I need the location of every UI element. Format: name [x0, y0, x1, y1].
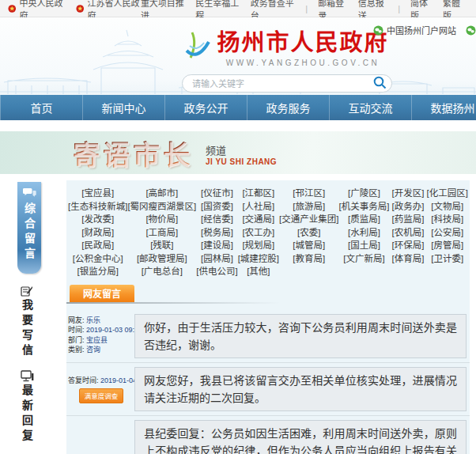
- department-link[interactable]: [农委]: [279, 228, 338, 239]
- department-link[interactable]: [残联]: [127, 240, 196, 252]
- message-row-original: 网友: 乐乐 时间: 2019-01-03 09:44:02 部门:: [66, 310, 470, 363]
- quick-link[interactable]: 中国: [466, 24, 476, 36]
- nav-item[interactable]: 首页: [0, 95, 82, 120]
- department-link-label: [宝应县]: [81, 188, 114, 199]
- department-link-label: [公积金中心]: [73, 254, 123, 265]
- department-link[interactable]: [开发区]: [389, 188, 426, 199]
- department-link[interactable]: [仪征市]: [196, 188, 237, 199]
- department-link[interactable]: [交通产业集团]: [279, 214, 338, 225]
- department-link[interactable]: [公积金中心]: [68, 254, 127, 265]
- quick-link[interactable]: 中国扬州门户网站: [373, 24, 456, 36]
- department-link[interactable]: [工商局]: [127, 228, 196, 239]
- sidebar-item-write-letter[interactable]: 我要写信: [19, 285, 35, 359]
- department-link[interactable]: [园林局]: [196, 254, 237, 265]
- department-link-label: [其他]: [247, 267, 270, 278]
- department-link[interactable]: [卫计委]: [427, 254, 468, 265]
- department-link[interactable]: [质监局]: [338, 214, 389, 225]
- sidebar-item-label: 综合留言: [21, 202, 37, 263]
- channel-subtitle: 频道 JI YU SHI ZHANG: [206, 139, 277, 166]
- search-icon: [372, 75, 387, 89]
- nav-item[interactable]: 数据扬州: [411, 95, 476, 120]
- chat-bubbles-icon: [23, 187, 36, 199]
- department-link[interactable]: [人社局]: [238, 202, 279, 213]
- department-link[interactable]: [生态科技新城]: [68, 202, 127, 213]
- meta-value: 宝应县: [86, 336, 108, 344]
- department-link[interactable]: [旅游局]: [279, 202, 338, 213]
- department-link[interactable]: [邮政管理局]: [127, 254, 196, 265]
- tab-underline: [66, 302, 304, 304]
- department-link-label: [供电公司]: [196, 267, 237, 278]
- sidebar-item-latest-replies[interactable]: 最新回复: [19, 370, 35, 445]
- department-link-label: [园林局]: [201, 254, 233, 265]
- department-link-label: [环保局]: [392, 240, 425, 252]
- department-link[interactable]: [交通局]: [238, 214, 279, 225]
- department-link[interactable]: [蜀冈瘦西湖景区]: [127, 202, 196, 213]
- department-link-label: [银监分局]: [77, 267, 119, 278]
- department-link[interactable]: [药监局]: [389, 214, 426, 225]
- national-emblem-icon: [76, 4, 84, 13]
- department-link-label: [文广新局]: [343, 254, 384, 265]
- department-link[interactable]: [体育局]: [389, 254, 426, 265]
- department-link[interactable]: [广电总台]: [127, 267, 196, 278]
- main-nav: 首页 新闻中心 政务公开 政务服务 互动交流 数据扬州: [0, 95, 476, 120]
- department-link[interactable]: [广陵区]: [338, 188, 389, 199]
- satisfaction-survey-button[interactable]: 满意度调查: [79, 388, 123, 403]
- quick-link-icon: [466, 25, 476, 36]
- department-link[interactable]: [规划局]: [238, 240, 279, 252]
- nav-item[interactable]: 新闻中心: [82, 95, 164, 120]
- department-link[interactable]: [农工办]: [238, 228, 279, 239]
- department-link[interactable]: [财政局]: [68, 228, 127, 239]
- department-link[interactable]: [城建控股]: [238, 254, 279, 265]
- department-link[interactable]: [发改委]: [68, 214, 127, 225]
- sidebar-item-label: 我要写信: [19, 299, 35, 359]
- department-link[interactable]: [宝应县]: [68, 188, 127, 199]
- department-link[interactable]: [文物局]: [427, 202, 468, 213]
- department-link-label: [邗江区]: [293, 188, 325, 199]
- department-link-label: [农委]: [297, 228, 320, 239]
- department-link[interactable]: [物价局]: [127, 214, 196, 225]
- department-link[interactable]: [科技局]: [427, 214, 468, 225]
- department-link-label: [水利局]: [348, 228, 380, 239]
- department-link[interactable]: [农机局]: [389, 228, 426, 239]
- department-link[interactable]: [经信委]: [196, 214, 237, 225]
- department-link[interactable]: [化工园区]: [427, 188, 468, 199]
- department-link[interactable]: [环保局]: [389, 240, 426, 252]
- department-link[interactable]: [供电公司]: [196, 267, 237, 278]
- department-link[interactable]: [邗江区]: [279, 188, 338, 199]
- department-link[interactable]: [文广新局]: [338, 254, 389, 265]
- department-link[interactable]: [机关事务局]: [338, 202, 389, 213]
- department-link[interactable]: [房管局]: [427, 240, 468, 252]
- department-link[interactable]: [银监分局]: [68, 267, 127, 278]
- search-button[interactable]: [370, 75, 389, 92]
- department-link[interactable]: [高邮市]: [127, 188, 196, 199]
- department-link-label: [城管局]: [293, 240, 325, 252]
- tab-netizen-messages[interactable]: 网友留言: [70, 285, 134, 302]
- department-link-label: [广陵区]: [348, 188, 380, 199]
- department-link[interactable]: [民政局]: [68, 240, 127, 252]
- department-link-label: [交通产业集团]: [279, 214, 338, 225]
- nav-item[interactable]: 互动交流: [329, 95, 411, 120]
- department-link-label: [房管局]: [431, 240, 463, 252]
- nav-item[interactable]: 政务服务: [247, 95, 329, 120]
- write-letter-icon: [21, 285, 33, 297]
- department-link[interactable]: [税务局]: [196, 228, 237, 239]
- department-link[interactable]: [教育局]: [279, 254, 338, 265]
- department-link[interactable]: [国土局]: [338, 240, 389, 252]
- department-link[interactable]: [建设局]: [196, 240, 237, 252]
- department-link[interactable]: [其他]: [238, 267, 279, 278]
- department-link-label: [发改委]: [81, 214, 114, 225]
- department-link-label: [公安局]: [431, 228, 463, 239]
- meta-label: 网友:: [68, 316, 85, 324]
- nav-item[interactable]: 政务公开: [164, 95, 247, 120]
- department-link[interactable]: [江都区]: [238, 188, 279, 199]
- department-link-label: [文物局]: [431, 202, 463, 213]
- department-link[interactable]: [公安局]: [427, 228, 468, 239]
- department-link[interactable]: [城管局]: [279, 240, 338, 252]
- department-link[interactable]: [政务办]: [389, 202, 426, 213]
- department-link[interactable]: [水利局]: [338, 228, 389, 239]
- department-link-label: [广电总台]: [142, 267, 183, 278]
- search-input[interactable]: [182, 74, 392, 93]
- department-link-label: [物价局]: [145, 214, 178, 225]
- sidebar-item-comprehensive-messages[interactable]: 综合留言: [17, 182, 41, 274]
- department-link[interactable]: [国资委]: [196, 202, 237, 213]
